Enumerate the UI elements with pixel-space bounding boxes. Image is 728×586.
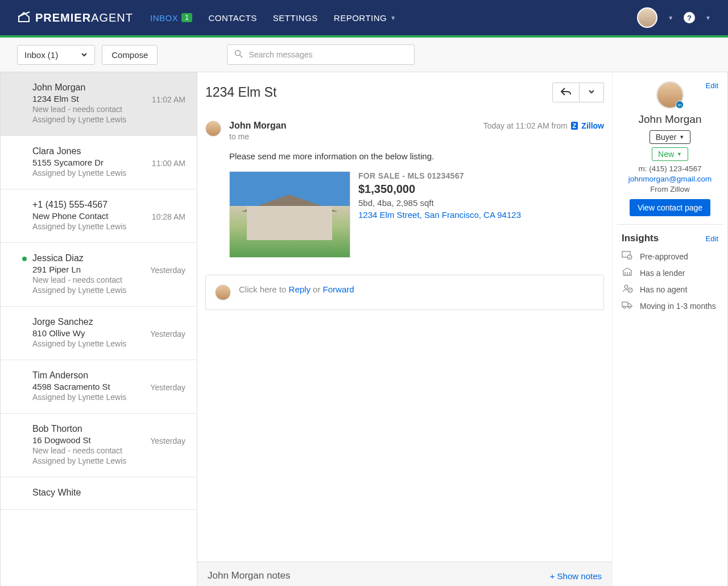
chevron-down-icon[interactable]: ▼	[668, 15, 673, 21]
view-contact-button[interactable]: View contact page	[630, 199, 710, 216]
user-avatar[interactable]	[637, 7, 657, 28]
msg-meta: New lead - needs contact	[32, 275, 185, 284]
forward-link[interactable]: Forward	[323, 284, 354, 294]
message-to: to me	[229, 132, 604, 141]
chip-label: Buyer	[656, 133, 677, 142]
msg-name: John Morgan	[32, 82, 185, 93]
message-item[interactable]: +1 (415) 555-4567 New Phone Contact Assi…	[1, 189, 197, 243]
insight-row: Pre-approved	[622, 251, 718, 262]
listing-price: $1,350,000	[358, 183, 604, 196]
inbox-dropdown[interactable]: Inbox (1)	[17, 45, 95, 65]
user-avatar	[215, 284, 231, 300]
msg-name: Clara Jones	[32, 146, 185, 156]
nav-reporting[interactable]: REPORTING ▼	[334, 13, 396, 23]
show-notes-button[interactable]: + Show notes	[550, 571, 602, 581]
contact-name: John Morgan	[622, 113, 718, 126]
compose-button[interactable]: Compose	[102, 45, 158, 65]
linkedin-icon[interactable]: in	[676, 101, 684, 109]
msg-assigned: Assigned by Lynette Lewis	[32, 339, 185, 348]
new-chip[interactable]: New ▼	[652, 147, 688, 161]
source-name[interactable]: Zillow	[581, 121, 604, 130]
detail-title: 1234 Elm St	[205, 85, 276, 100]
message-text: Please send me more information on the b…	[229, 151, 604, 161]
detail-pane: 1234 Elm St John Morgan Today at 11:02 A…	[197, 72, 613, 586]
msg-assigned: Assigned by Lynette Lewis	[32, 168, 185, 178]
message-item[interactable]: Jessica Diaz 291 Piper Ln New lead - nee…	[1, 243, 197, 307]
reply-link[interactable]: Reply	[289, 284, 311, 294]
chevron-down-icon: ▼	[677, 151, 682, 157]
contact-email-link[interactable]: johnmorgan@gmail.com	[622, 175, 718, 183]
help-icon[interactable]: ?	[684, 12, 695, 23]
listing-address-link[interactable]: 1234 Elm Street, San Francisco, CA 94123	[358, 210, 604, 220]
inbox-dropdown-label: Inbox (1)	[24, 50, 58, 60]
chevron-down-icon[interactable]: ▼	[705, 15, 711, 21]
msg-time: Yesterday	[150, 436, 185, 445]
contact-avatar-wrap: in	[656, 81, 684, 109]
search-placeholder: Search messages	[249, 50, 312, 59]
nav-inbox[interactable]: INBOX 1	[150, 13, 192, 23]
reply-button[interactable]	[552, 82, 580, 102]
nav-inbox-label: INBOX	[150, 13, 178, 23]
search-icon	[234, 49, 243, 60]
timestamp-text: Today at 11:02 AM from	[483, 121, 568, 130]
logo-text-bold: PREMIER	[35, 11, 91, 24]
nav-right: ▼ ? ▼	[637, 7, 711, 28]
lender-icon	[622, 267, 633, 278]
msg-name: +1 (415) 555-4567	[32, 200, 185, 210]
msg-time: 10:28 AM	[152, 212, 185, 221]
contact-sidebar: Edit in John Morgan Buyer ▼ New ▼ m: (41…	[613, 72, 728, 586]
message-item[interactable]: Stacy White	[1, 477, 197, 510]
msg-assigned: Assigned by Lynette Lewis	[32, 222, 185, 231]
contact-source: From Zillow	[622, 185, 718, 193]
message-list: John Morgan 1234 Elm St New lead - needs…	[0, 72, 197, 586]
edit-contact-link[interactable]: Edit	[706, 81, 718, 90]
buyer-chip[interactable]: Buyer ▼	[650, 130, 691, 144]
sender-name: John Morgan	[229, 121, 286, 131]
contact-phone: m: (415) 123-4567	[622, 164, 718, 173]
sender-avatar	[205, 121, 221, 137]
chip-label: New	[658, 150, 674, 159]
message-item[interactable]: John Morgan 1234 Elm St New lead - needs…	[1, 72, 197, 136]
msg-name: Jorge Sanchez	[32, 317, 185, 327]
svg-point-8	[623, 306, 626, 308]
svg-point-9	[628, 306, 631, 308]
svg-point-0	[235, 51, 241, 56]
insight-row: Has a lender	[622, 267, 718, 278]
insight-label: Moving in 1-3 months	[640, 302, 716, 311]
logo-text-thin: AGENT	[91, 11, 133, 24]
listing-image[interactable]	[229, 171, 350, 258]
reply-prompt: Click here to Reply or Forward	[239, 284, 354, 300]
insights-title: Insights	[622, 233, 659, 244]
notes-title: John Morgan notes	[208, 570, 291, 581]
top-nav: PREMIER AGENT INBOX 1 CONTACTS SETTINGS …	[0, 0, 728, 35]
preapproved-icon	[622, 251, 633, 262]
insight-label: Has no agent	[640, 285, 687, 294]
message-item[interactable]: Tim Anderson 4598 Sacramento St Assigned…	[1, 360, 197, 414]
svg-point-3	[627, 255, 632, 259]
reply-box[interactable]: Click here to Reply or Forward	[205, 275, 604, 310]
notes-bar: John Morgan notes + Show notes	[197, 562, 612, 586]
message-item[interactable]: Jorge Sanchez 810 Ollive Wy Assigned by …	[1, 307, 197, 360]
edit-insights-link[interactable]: Edit	[706, 234, 718, 243]
action-buttons	[552, 82, 604, 102]
message-item[interactable]: Clara Jones 5155 Sycamore Dr Assigned by…	[1, 136, 197, 189]
msg-assigned: Assigned by Lynette Lewis	[32, 456, 185, 465]
msg-time: Yesterday	[150, 383, 185, 392]
msg-assigned: Assigned by Lynette Lewis	[32, 393, 185, 402]
show-notes-label: Show notes	[557, 571, 602, 581]
no-agent-icon	[622, 284, 633, 295]
message-item[interactable]: Bob Thorton 16 Dogwood St New lead - nee…	[1, 414, 197, 477]
insight-label: Pre-approved	[640, 252, 688, 261]
more-actions-button[interactable]	[580, 82, 604, 102]
nav-contacts[interactable]: CONTACTS	[208, 13, 257, 23]
listing-status: FOR SALE - MLS 01234567	[358, 171, 604, 180]
nav-settings[interactable]: SETTINGS	[273, 13, 318, 23]
listing-card: FOR SALE - MLS 01234567 $1,350,000 5bd, …	[229, 171, 604, 258]
msg-name: Jessica Diaz	[32, 253, 185, 263]
chevron-down-icon	[81, 50, 88, 60]
search-input[interactable]: Search messages	[227, 44, 415, 65]
zillow-icon: Z	[571, 122, 578, 130]
svg-point-4	[624, 285, 628, 288]
moving-icon	[622, 300, 633, 311]
logo[interactable]: PREMIER AGENT	[17, 10, 133, 26]
